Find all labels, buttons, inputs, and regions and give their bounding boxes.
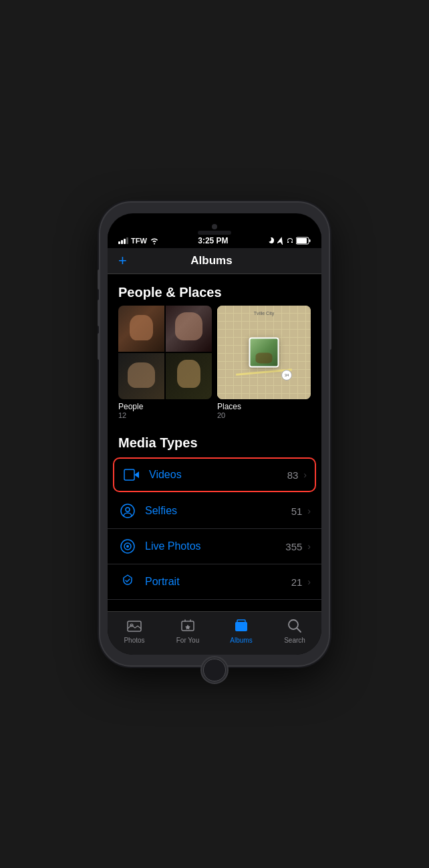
face-thumb-4: [166, 353, 212, 399]
phone-screen: TFW 3:25 PM: [108, 213, 321, 655]
home-button-inner: [203, 659, 226, 681]
status-right: [267, 237, 311, 245]
add-album-button[interactable]: +: [118, 253, 127, 268]
headphones-icon: [286, 237, 294, 245]
tab-for-you[interactable]: For You: [161, 617, 214, 644]
face-thumb-1: [118, 306, 164, 352]
svg-rect-14: [237, 620, 245, 623]
map-photo-pin: [249, 338, 279, 368]
plant-thumbnail: [251, 339, 278, 366]
navigation-bar: + Albums: [108, 248, 321, 274]
svg-point-6: [126, 508, 130, 512]
media-types-list: Videos 83 › Selfies 51 ›: [108, 457, 321, 611]
face-thumb-2: [166, 306, 212, 352]
people-places-grid: People 12 Tville City 34: [108, 306, 321, 425]
people-album[interactable]: People 12: [118, 306, 212, 419]
phone-frame: TFW 3:25 PM: [100, 203, 329, 665]
tab-albums[interactable]: Albums: [214, 617, 268, 644]
places-label: Places: [217, 402, 311, 411]
svg-rect-2: [297, 238, 307, 243]
svg-rect-10: [128, 621, 141, 631]
people-count: 12: [118, 411, 212, 419]
for-you-tab-label: For You: [176, 637, 199, 644]
video-icon: [122, 465, 141, 484]
live-photos-chevron: ›: [307, 541, 311, 552]
selfies-chevron: ›: [307, 506, 311, 516]
svg-point-9: [126, 545, 129, 548]
people-places-header: People & Places: [108, 274, 321, 306]
places-thumbnail: Tville City 34: [217, 306, 311, 399]
volume-down-button[interactable]: [98, 333, 100, 360]
live-photos-icon: [118, 537, 137, 556]
signal-bars: [118, 237, 128, 244]
places-count: 20: [217, 411, 311, 419]
portrait-label: Portrait: [145, 576, 291, 588]
page-title: Albums: [127, 254, 296, 267]
portrait-chevron: ›: [307, 576, 311, 587]
svg-rect-13: [235, 622, 247, 631]
photos-tab-icon: [126, 617, 143, 635]
search-tab-icon: [286, 617, 303, 635]
places-album[interactable]: Tville City 34 Places 20: [217, 306, 311, 419]
tab-search[interactable]: Search: [268, 617, 321, 644]
selfies-label: Selfies: [145, 505, 291, 517]
face-thumb-3: [118, 353, 164, 399]
svg-rect-1: [309, 239, 311, 242]
portrait-icon: [118, 572, 137, 591]
videos-chevron: ›: [303, 469, 307, 480]
do-not-disturb-icon: [267, 237, 275, 245]
portrait-item[interactable]: Portrait 21 ›: [108, 564, 321, 600]
map-image: Tville City 34: [217, 306, 311, 399]
home-button[interactable]: [200, 656, 229, 684]
status-time: 3:25 PM: [198, 236, 228, 245]
map-route-badge: 34: [281, 370, 292, 381]
photos-tab-label: Photos: [124, 637, 144, 644]
videos-count: 83: [287, 469, 299, 481]
volume-up-button[interactable]: [98, 300, 100, 326]
location-icon: [277, 237, 284, 245]
people-thumbnails: [118, 306, 212, 399]
selfies-count: 51: [291, 506, 303, 517]
status-left: TFW: [118, 237, 159, 245]
media-types-header: Media Types: [108, 425, 321, 456]
panoramas-icon: [118, 608, 137, 611]
selfie-icon: [118, 502, 137, 520]
panoramas-item[interactable]: Panoramas 1 ›: [108, 600, 321, 611]
tab-photos[interactable]: Photos: [108, 617, 161, 644]
search-tab-label: Search: [284, 637, 305, 644]
albums-tab-label: Albums: [230, 637, 252, 644]
carrier-name: TFW: [131, 237, 147, 245]
svg-marker-4: [134, 471, 139, 478]
tab-bar: Photos For You: [108, 611, 321, 655]
front-camera: [212, 224, 217, 229]
live-photos-item[interactable]: Live Photos 355 ›: [108, 529, 321, 564]
for-you-tab-icon: [179, 617, 196, 635]
portrait-count: 21: [291, 576, 303, 588]
videos-item[interactable]: Videos 83 ›: [113, 457, 316, 492]
map-city-label: Tville City: [254, 311, 274, 316]
main-content: People & Places: [108, 274, 321, 611]
wifi-icon: [150, 237, 159, 245]
speaker: [198, 231, 231, 235]
people-label: People: [118, 402, 212, 411]
live-photos-count: 355: [285, 541, 302, 552]
battery-icon: [296, 237, 311, 245]
selfies-item[interactable]: Selfies 51 ›: [108, 494, 321, 529]
videos-label: Videos: [149, 469, 287, 481]
live-photos-label: Live Photos: [145, 540, 285, 552]
power-button[interactable]: [329, 310, 331, 350]
svg-point-5: [121, 504, 134, 518]
svg-rect-3: [124, 469, 134, 480]
albums-tab-icon: [233, 617, 250, 635]
